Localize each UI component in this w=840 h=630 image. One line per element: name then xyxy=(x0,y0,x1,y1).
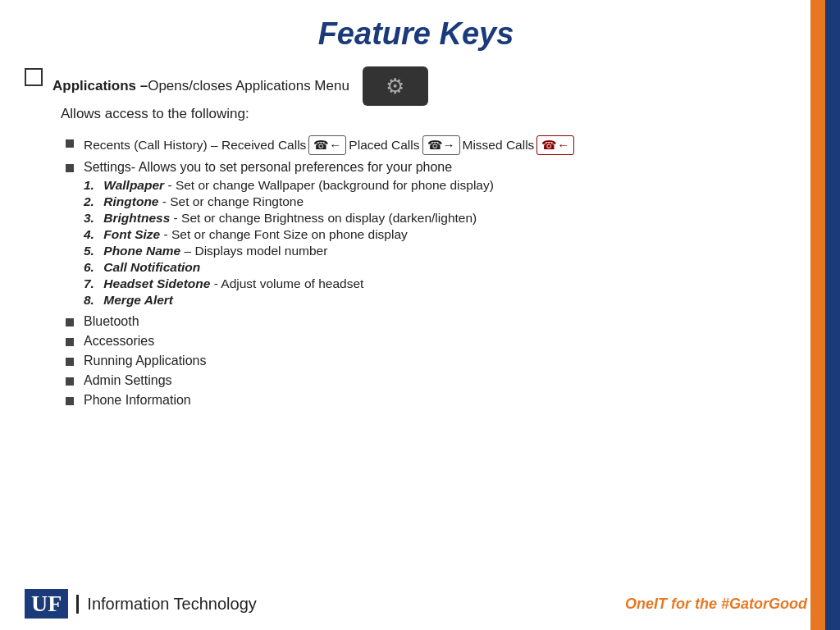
settings-intro: Settings- Allows you to set personal pre… xyxy=(84,160,452,175)
sub-bold-4: Font Size xyxy=(103,227,160,241)
recents-item: Recents (Call History) – Received Calls … xyxy=(66,135,807,155)
blue-sidebar xyxy=(825,0,840,630)
sub-bold-1: Wallpaper xyxy=(103,178,164,192)
checkbox-icon xyxy=(25,68,43,86)
bullet-icon-settings xyxy=(66,164,74,172)
settings-sub-list: 1. Wallpaper - Set or change Wallpaper (… xyxy=(84,178,494,309)
admin-settings-item: Admin Settings xyxy=(66,373,807,388)
sub-num-5: 5. xyxy=(84,244,100,258)
sub-num-2: 2. xyxy=(84,194,100,209)
uf-logo: UF Information Technology xyxy=(25,589,257,619)
main-bullet-list: Recents (Call History) – Received Calls … xyxy=(66,135,807,408)
recents-text: Recents (Call History) – Received Calls xyxy=(84,138,306,153)
settings-sub-item-2: 2. Ringtone - Set or change Ringtone xyxy=(84,194,494,209)
applications-text: Applications – Opens/closes Applications… xyxy=(52,66,807,122)
settings-sub-item-1: 1. Wallpaper - Set or change Wallpaper (… xyxy=(84,178,494,193)
sub-bold-7: Headset Sidetone xyxy=(103,276,210,290)
gear-icon: ⚙ xyxy=(386,74,404,99)
bullet-icon-bluetooth xyxy=(66,318,74,326)
missed-calls-label: Missed Calls xyxy=(463,138,535,153)
sub-num-7: 7. xyxy=(84,276,100,291)
running-apps-item: Running Applications xyxy=(66,354,807,368)
sub-num-8: 8. xyxy=(84,293,100,308)
settings-sub-item-8: 8. Merge Alert xyxy=(84,293,494,308)
accessories-label: Accessories xyxy=(84,334,154,349)
phone-info-label: Phone Information xyxy=(84,393,191,408)
bullet-icon-running-apps xyxy=(66,358,74,366)
settings-sub-item-4: 4. Font Size - Set or change Font Size o… xyxy=(84,227,494,242)
settings-sub-item-5: 5. Phone Name – Displays model number xyxy=(84,244,494,258)
applications-desc1: Opens/closes Applications Menu xyxy=(148,78,349,94)
settings-sub-item-3: 3. Brightness - Set or change Brightness… xyxy=(84,211,494,226)
recents-line: Recents (Call History) – Received Calls … xyxy=(84,135,577,155)
sub-num-4: 4. xyxy=(84,227,100,242)
sub-num-3: 3. xyxy=(84,211,100,226)
page-title: Feature Keys xyxy=(25,16,807,52)
missed-calls-icon: ☎← xyxy=(536,135,574,155)
phone-info-item: Phone Information xyxy=(66,393,807,408)
gear-icon-box: ⚙ xyxy=(363,66,428,106)
accessories-item: Accessories xyxy=(66,334,807,349)
applications-label: Applications – xyxy=(52,78,148,94)
sub-num-6: 6. xyxy=(84,260,100,275)
sub-num-1: 1. xyxy=(84,178,100,193)
orange-sidebar xyxy=(810,0,825,630)
bullet-icon xyxy=(66,139,74,148)
bluetooth-label: Bluetooth xyxy=(84,314,139,329)
uf-box: UF xyxy=(25,589,68,619)
bullet-icon-phone-info xyxy=(66,397,74,405)
settings-item: Settings- Allows you to set personal pre… xyxy=(66,160,807,309)
running-apps-label: Running Applications xyxy=(84,354,206,368)
sub-bold-6: Call Notification xyxy=(103,260,200,274)
received-calls-icon: ☎← xyxy=(308,135,346,155)
settings-sub-item-7: 7. Headset Sidetone - Adjust volume of h… xyxy=(84,276,494,291)
admin-settings-label: Admin Settings xyxy=(84,373,172,388)
sub-bold-5: Phone Name xyxy=(103,244,180,258)
it-label: Information Technology xyxy=(76,595,256,614)
bluetooth-item: Bluetooth xyxy=(66,314,807,329)
bullet-icon-accessories xyxy=(66,338,74,346)
bullet-icon-admin xyxy=(66,377,74,386)
sub-bold-2: Ringtone xyxy=(103,194,158,208)
settings-sub-item-6: 6. Call Notification xyxy=(84,260,494,275)
sub-bold-3: Brightness xyxy=(103,211,170,225)
applications-desc2: Allows access to the following: xyxy=(52,106,807,122)
placed-calls-icon: ☎→ xyxy=(422,135,460,155)
placed-calls-label: Placed Calls xyxy=(349,138,419,153)
slogan: OneIT for the #GatorGood xyxy=(625,596,807,613)
footer: UF Information Technology OneIT for the … xyxy=(25,589,807,619)
applications-section: Applications – Opens/closes Applications… xyxy=(25,66,807,122)
sub-bold-8: Merge Alert xyxy=(103,293,173,307)
